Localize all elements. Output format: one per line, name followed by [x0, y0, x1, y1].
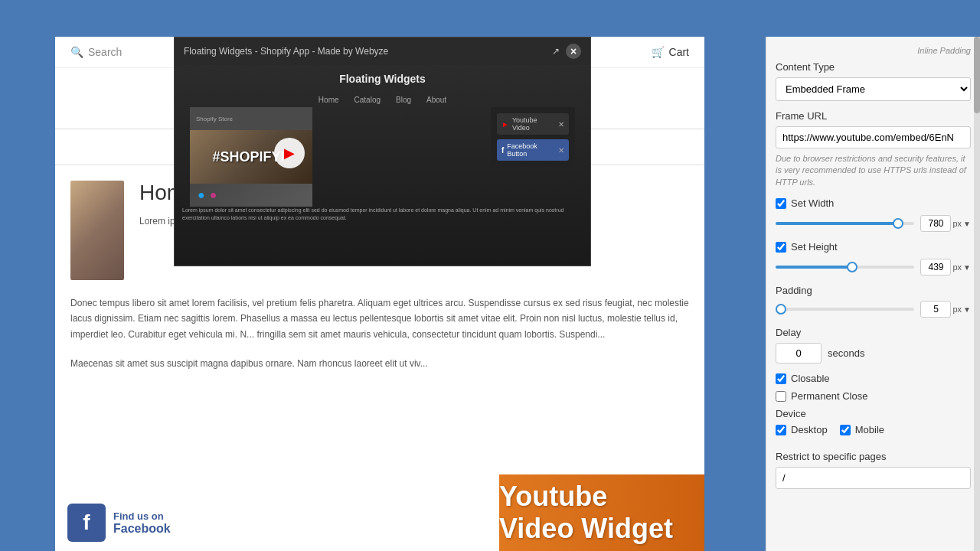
- set-height-row: Set Height: [776, 241, 971, 253]
- width-slider-value: 780 px ▼: [920, 215, 971, 232]
- video-popup-title: Floating Widgets - Shopify App - Made by…: [184, 46, 388, 57]
- banner-text: Youtube Video Widget: [499, 481, 689, 545]
- height-slider-track[interactable]: [776, 266, 914, 269]
- fb-close-icon[interactable]: ✕: [558, 146, 564, 155]
- fb-name-text: Facebook: [113, 522, 171, 536]
- set-width-checkbox[interactable]: [776, 198, 786, 209]
- width-value-display: 780: [920, 215, 951, 232]
- nav-catalog-inner: Catalog: [354, 96, 381, 104]
- padding-unit: px: [952, 305, 962, 314]
- twitter-icon: ●: [198, 188, 205, 202]
- padding-slider-track[interactable]: [776, 308, 914, 311]
- panel-scrollbar[interactable]: [974, 37, 980, 551]
- permanent-close-label: Permanent Close: [791, 390, 867, 402]
- set-width-label: Set Width: [791, 197, 834, 209]
- nav-about-inner: About: [426, 96, 446, 104]
- body-text-3: Maecenas sit amet sus suscipit magna dap…: [70, 356, 689, 371]
- desktop-checkbox[interactable]: [776, 425, 786, 435]
- padding-dropdown-icon[interactable]: ▼: [963, 305, 971, 314]
- height-slider-fill: [776, 266, 852, 269]
- side-image: [70, 181, 124, 280]
- mobile-checkbox[interactable]: [840, 425, 851, 435]
- width-slider-track[interactable]: [776, 222, 914, 225]
- cart-icon: 🛒: [652, 46, 665, 58]
- panel-scrollbar-thumb[interactable]: [974, 37, 980, 113]
- restrict-input[interactable]: [776, 467, 971, 489]
- closable-checkbox[interactable]: [776, 373, 786, 384]
- shopify-preview: Shopify Store #SHOPIFYP ▶ ● ●: [190, 107, 312, 207]
- device-label: Device: [776, 408, 971, 419]
- frame-url-input[interactable]: [776, 126, 971, 148]
- video-thumbnail-area: Shopify Store #SHOPIFYP ▶ ● ●: [175, 107, 590, 207]
- cart-button[interactable]: 🛒 Cart: [652, 46, 689, 58]
- background-top: [0, 0, 980, 37]
- site-body-text-area: Donec tempus libero sit amet lorem facil…: [55, 295, 704, 387]
- width-dropdown-icon[interactable]: ▼: [963, 220, 971, 228]
- bottom-banner: Youtube Video Widget: [499, 474, 704, 551]
- frame-url-label: Frame URL: [776, 110, 971, 122]
- mobile-row: Mobile: [840, 424, 884, 435]
- fb-logo-small: f: [501, 146, 504, 155]
- padding-slider-thumb[interactable]: [776, 304, 786, 315]
- device-row: Desktop Mobile: [776, 424, 971, 442]
- fb-item-text: Facebook Button: [507, 142, 555, 158]
- content-type-select[interactable]: Embedded Frame Image HTML Video: [776, 77, 971, 101]
- youtube-logo: ►: [501, 120, 509, 129]
- height-dropdown-icon[interactable]: ▼: [963, 263, 971, 272]
- video-inner: Floating Widgets Home Catalog Blog About…: [175, 65, 590, 266]
- website-preview: 🔍 Search 🛒 Cart Floating Widgets Home Ca…: [55, 37, 704, 551]
- set-height-checkbox[interactable]: [776, 242, 786, 253]
- width-unit: px: [952, 219, 962, 228]
- nav-blog-inner: Blog: [396, 96, 411, 104]
- video-popup-bar: Floating Widgets - Shopify App - Made by…: [175, 37, 590, 65]
- popup-close-button[interactable]: ×: [566, 44, 581, 59]
- width-slider-thumb[interactable]: [893, 218, 903, 229]
- fb-logo-char: f: [83, 510, 90, 535]
- desktop-label: Desktop: [791, 424, 828, 435]
- height-slider-thumb[interactable]: [847, 262, 858, 272]
- delay-label: Delay: [776, 327, 971, 338]
- shopify-preview-top: Shopify Store: [190, 107, 312, 130]
- width-slider-fill: [776, 222, 898, 225]
- fb-text: Find us on Facebook: [113, 510, 171, 536]
- fb-widget-bottom: f Find us on Facebook: [55, 494, 183, 551]
- closable-row: Closable: [776, 373, 971, 384]
- padding-label: Padding: [776, 285, 971, 296]
- width-slider-row: 780 px ▼: [776, 215, 971, 232]
- height-unit: px: [952, 262, 962, 272]
- right-panel: Inline Padding Content Type Embedded Fra…: [766, 37, 980, 551]
- search-bar[interactable]: 🔍 Search: [70, 46, 122, 58]
- padding-slider-row: 5 px ▼: [776, 301, 971, 318]
- set-width-row: Set Width: [776, 197, 971, 209]
- delay-seconds-label: seconds: [828, 347, 864, 359]
- permanent-close-checkbox[interactable]: [776, 391, 786, 402]
- yt-close-icon[interactable]: ✕: [558, 120, 564, 129]
- cart-label: Cart: [669, 46, 689, 58]
- delay-input[interactable]: [776, 343, 822, 364]
- height-value-display: 439: [920, 259, 951, 276]
- padding-slider-value: 5 px ▼: [920, 301, 971, 318]
- video-left: Floating Widgets Home Catalog Blog About…: [175, 65, 590, 266]
- height-slider-value: 439 px ▼: [920, 259, 971, 276]
- video-preview: Floating Widgets Home Catalog Blog About…: [175, 65, 590, 266]
- body-text-2: Donec tempus libero sit amet lorem facil…: [70, 295, 689, 342]
- height-slider-row: 439 px ▼: [776, 259, 971, 276]
- play-button-overlay[interactable]: ▶: [274, 138, 305, 168]
- shopify-preview-content: #SHOPIFYP ▶: [190, 130, 312, 184]
- content-type-label: Content Type: [776, 61, 971, 73]
- video-popup-controls: ↗ ×: [552, 44, 581, 59]
- set-height-label: Set Height: [791, 241, 838, 253]
- search-label: Search: [88, 46, 122, 58]
- nav-home-inner: Home: [318, 96, 339, 104]
- delay-row: seconds: [776, 343, 971, 364]
- panel-scroll-hint: Inline Padding: [776, 46, 971, 61]
- video-popup: Floating Widgets - Shopify App - Made by…: [174, 37, 591, 266]
- yt-widget-item: ► Youtube Video ✕: [497, 113, 569, 135]
- frame-url-hint: Due to browser restrictions and security…: [776, 153, 971, 188]
- video-share-icon[interactable]: ↗: [552, 46, 560, 57]
- shopify-top-label: Shopify Store: [196, 116, 233, 122]
- preview-body-text: Lorem ipsum dolor sit amet consectetur a…: [175, 207, 590, 222]
- fb-logo-big: f: [67, 504, 106, 542]
- restrict-label: Restrict to specific pages: [776, 451, 971, 462]
- fb-widget-item: f Facebook Button ✕: [497, 139, 569, 161]
